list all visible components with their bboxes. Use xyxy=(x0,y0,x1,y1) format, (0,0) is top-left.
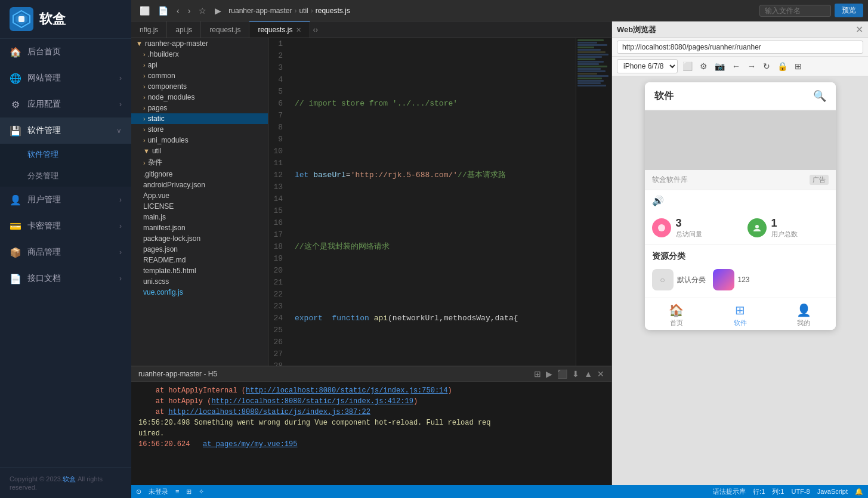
breadcrumb-file: requests.js xyxy=(316,7,350,15)
tree-gitignore[interactable]: .gitignore xyxy=(131,169,268,180)
sidebar-item-software[interactable]: 💾 软件管理 ∨ xyxy=(0,117,131,144)
tree-store[interactable]: › store xyxy=(131,124,268,135)
tree-packagelock[interactable]: package-lock.json xyxy=(131,233,268,244)
terminal-link[interactable]: at pages/my/my.vue:195 xyxy=(203,440,297,448)
phone-category-123[interactable]: 123 xyxy=(713,269,750,290)
terminal-split-icon[interactable]: ⊞ xyxy=(534,369,541,379)
sidebar-submenu-software: 软件管理 分类管理 xyxy=(0,144,131,187)
sidebar-subitem-category-mgmt[interactable]: 分类管理 xyxy=(0,165,131,187)
tree-hbuilderx[interactable]: › .hbuilderx xyxy=(131,49,268,60)
tree-mainjs[interactable]: main.js xyxy=(131,212,268,222)
sidebar-item-appconfig[interactable]: ⚙ 应用配置 › xyxy=(0,91,131,117)
terminal-link[interactable]: http://localhost:8080/static/js/index.js… xyxy=(168,408,370,416)
terminal-link[interactable]: http://localhost:8080/static/js/index.js… xyxy=(246,386,447,395)
file-tab-nfigjs[interactable]: nfig.js xyxy=(131,21,167,38)
file-tab-requestsjs[interactable]: requests.js ✕ xyxy=(249,21,310,38)
chevron-right-icon: › xyxy=(119,100,122,109)
svg-point-5 xyxy=(755,225,759,228)
tree-root[interactable]: ▼ ruanher-app-master xyxy=(131,38,268,49)
tree-uniscss[interactable]: uni.scss xyxy=(131,276,268,287)
sidebar-item-dashboard[interactable]: 🏠 后台首页 xyxy=(0,39,131,65)
tree-uni-modules[interactable]: › uni_modules xyxy=(131,135,268,146)
phone-stats: 3 总访问量 1 用户总数 xyxy=(645,211,836,245)
sidebar-item-label: 卡密管理 xyxy=(27,221,119,231)
file-icon[interactable]: ⬜ xyxy=(136,5,153,17)
tree-item-label: App.vue xyxy=(143,191,169,200)
phone-frame: 软件 🔍 软盒软件库 广告 🔊 xyxy=(645,82,836,330)
tree-manifestjson[interactable]: manifest.json xyxy=(131,222,268,233)
new-file-icon[interactable]: 📄 xyxy=(155,5,172,17)
nav-back-icon[interactable]: ‹ xyxy=(173,5,183,17)
phone-category-default[interactable]: ○ 默认分类 xyxy=(652,269,706,290)
tree-item-label: components xyxy=(148,82,187,91)
sidebar-subitem-software-mgmt[interactable]: 软件管理 xyxy=(0,144,131,165)
tree-pagesjson[interactable]: pages.json xyxy=(131,244,268,255)
sidebar-item-website[interactable]: 🌐 网站管理 › xyxy=(0,65,131,91)
phone-search-icon[interactable]: 🔍 xyxy=(813,89,826,103)
breadcrumb-folder: util xyxy=(299,7,308,15)
tab-label: api.js xyxy=(175,26,192,34)
terminal-up-icon[interactable]: ▲ xyxy=(584,369,592,379)
sidebar-menu: 🏠 后台首页 🌐 网站管理 › ⚙ 应用配置 › 💾 软件管理 ∨ 软件管理 分… xyxy=(0,39,131,467)
tree-api[interactable]: › api xyxy=(131,60,268,70)
tree-node-modules[interactable]: › node_modules xyxy=(131,92,268,103)
lock-icon[interactable]: 🔒 xyxy=(775,60,790,72)
stat-visits-label: 总访问量 xyxy=(676,230,702,239)
terminal-content[interactable]: at hotApplyInternal (http://localhost:80… xyxy=(131,382,611,485)
tree-templateh5[interactable]: template.h5.html xyxy=(131,265,268,276)
phone-ad-tag: 广告 xyxy=(810,175,829,185)
terminal-link[interactable]: http://localhost:8080/static/js/index.js… xyxy=(211,397,413,406)
phone-ad-label: 软盒软件库 xyxy=(652,175,688,185)
reload-button[interactable]: ↻ xyxy=(761,60,773,72)
browser-title: Web浏览器 xyxy=(617,24,852,35)
tree-license[interactable]: LICENSE xyxy=(131,201,268,212)
tree-appvue[interactable]: App.vue xyxy=(131,190,268,201)
resize-icon[interactable]: ⬜ xyxy=(680,60,695,72)
browser-url-input[interactable] xyxy=(617,41,863,54)
tree-util[interactable]: ▼ util xyxy=(131,146,268,156)
sidebar-item-productmgmt[interactable]: 📦 商品管理 › xyxy=(0,239,131,265)
browser-close-button[interactable]: ✕ xyxy=(855,24,863,35)
terminal-stop-icon[interactable]: ⬛ xyxy=(557,369,567,379)
tree-readme[interactable]: README.md xyxy=(131,255,268,265)
sidebar-item-cardmgmt[interactable]: 💳 卡密管理 › xyxy=(0,213,131,239)
tree-item-label: util xyxy=(152,147,161,155)
phone-footer-software[interactable]: ⊞ 软件 xyxy=(708,303,772,327)
tree-pages[interactable]: › pages xyxy=(131,103,268,113)
status-encoding: UTF-8 xyxy=(791,488,810,495)
nav-forward-icon[interactable]: › xyxy=(184,5,194,17)
sidebar-item-apidocs[interactable]: 📄 接口文档 › xyxy=(0,265,131,292)
tab-scroll-arrows[interactable]: ‹› xyxy=(310,21,320,38)
bookmark-icon[interactable]: ☆ xyxy=(195,5,210,17)
file-tree[interactable]: ▼ ruanher-app-master › .hbuilderx › api … xyxy=(131,38,268,366)
home-icon: 🏠 xyxy=(10,46,21,58)
run-icon[interactable]: ▶ xyxy=(211,5,225,17)
screenshot-icon[interactable]: 📷 xyxy=(712,60,727,72)
file-search-input[interactable] xyxy=(759,5,831,17)
tree-static[interactable]: › static xyxy=(131,113,268,124)
terminal-close-icon[interactable]: ✕ xyxy=(597,369,604,379)
nav-forward-button[interactable]: → xyxy=(745,60,758,72)
browser-device-selector[interactable]: iPhone 6/7/8 iPhone X iPad xyxy=(617,59,678,73)
code-editor[interactable]: 12345 678910 1112131415 1617181920 21222… xyxy=(268,38,611,366)
terminal-scroll-icon[interactable]: ⬇ xyxy=(572,369,579,379)
software-footer-icon: ⊞ xyxy=(735,303,745,317)
tree-vueconfigjs[interactable]: vue.config.js xyxy=(131,287,268,298)
footer-home-label: 首页 xyxy=(670,318,683,327)
phone-footer-profile[interactable]: 👤 我的 xyxy=(772,303,836,327)
terminal-run-icon[interactable]: ▶ xyxy=(546,369,552,379)
phone-footer-home[interactable]: 🏠 首页 xyxy=(645,303,709,327)
file-tab-apijs[interactable]: api.js xyxy=(167,21,201,38)
tree-components[interactable]: › components xyxy=(131,81,268,92)
tree-misc[interactable]: › 杂件 xyxy=(131,156,268,169)
tree-androidprivacy[interactable]: androidPrivacy.json xyxy=(131,180,268,190)
rotate-icon[interactable]: ⚙ xyxy=(697,60,710,72)
close-tab-icon[interactable]: ✕ xyxy=(296,26,301,34)
footer-link[interactable]: 软盒 xyxy=(63,475,76,482)
sidebar-item-usermgmt[interactable]: 👤 用户管理 › xyxy=(0,187,131,213)
preview-button[interactable]: 预览 xyxy=(835,4,863,17)
file-tab-requestjs[interactable]: request.js xyxy=(201,21,249,38)
grid-icon[interactable]: ⊞ xyxy=(792,60,804,72)
tree-common[interactable]: › common xyxy=(131,70,268,81)
nav-back-button[interactable]: ← xyxy=(730,60,743,72)
